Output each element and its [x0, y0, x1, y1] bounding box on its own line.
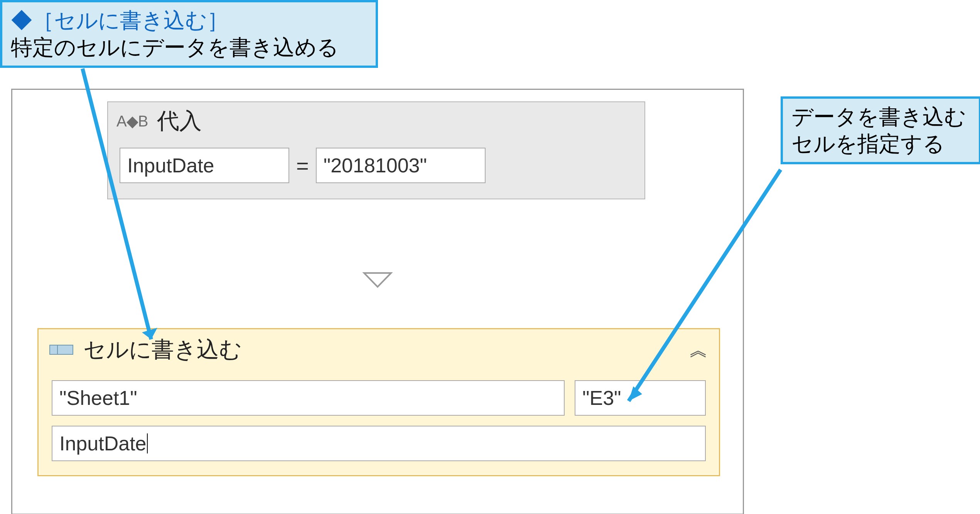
- assign-value-input[interactable]: "20181003": [316, 148, 486, 183]
- activity-assign-header: A◆B 代入: [108, 102, 644, 138]
- callout-specify-cell: データを書き込む セルを指定する: [781, 96, 980, 164]
- write-cell-value-text: InputDate: [59, 432, 147, 455]
- activity-assign[interactable]: A◆B 代入 InputDate = "20181003": [107, 101, 645, 199]
- assign-variable-input[interactable]: InputDate: [120, 148, 289, 183]
- activity-write-cell-body: "Sheet1" "E3" InputDate: [39, 370, 719, 475]
- activity-write-cell-header: セルに書き込む ︽: [39, 329, 719, 370]
- equals-sign: =: [296, 153, 309, 178]
- activity-assign-body: InputDate = "20181003": [108, 138, 644, 199]
- collapse-icon[interactable]: ︽: [690, 337, 708, 362]
- callout-title: ◆［セルに書き込む］: [11, 7, 367, 34]
- callout-right-line1: データを書き込む: [791, 103, 970, 130]
- write-cell-cell-input[interactable]: "E3": [575, 380, 706, 416]
- write-cell-sheet-input[interactable]: "Sheet1": [52, 380, 565, 416]
- write-cell-value-input[interactable]: InputDate: [52, 426, 706, 461]
- activity-assign-title: 代入: [157, 106, 202, 136]
- flow-arrow-icon: [360, 269, 395, 292]
- activity-write-cell[interactable]: セルに書き込む ︽ "Sheet1" "E3" InputDate: [37, 328, 720, 476]
- activity-write-cell-title: セルに書き込む: [83, 335, 242, 365]
- svg-marker-0: [364, 273, 391, 287]
- assign-icon: A◆B: [116, 112, 148, 130]
- workflow-panel: A◆B 代入 InputDate = "20181003" セルに書き込む ︽ …: [11, 89, 744, 514]
- callout-right-line2: セルを指定する: [791, 130, 970, 157]
- text-cursor: [147, 433, 148, 453]
- write-cell-icon: [49, 345, 73, 355]
- callout-body: 特定のセルにデータを書き込める: [11, 34, 367, 61]
- callout-write-cell: ◆［セルに書き込む］ 特定のセルにデータを書き込める: [0, 0, 378, 68]
